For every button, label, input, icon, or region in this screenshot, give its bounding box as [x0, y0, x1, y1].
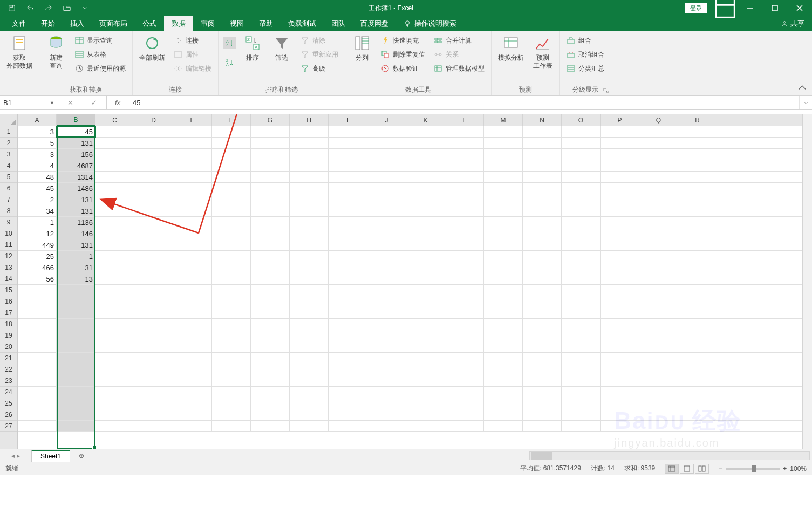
cell[interactable]	[445, 138, 484, 148]
cell[interactable]	[445, 353, 484, 364]
cell[interactable]	[290, 126, 329, 137]
cell[interactable]	[484, 296, 523, 307]
cell[interactable]	[290, 149, 329, 160]
cell[interactable]	[329, 330, 367, 341]
column-header[interactable]: D	[134, 114, 173, 126]
cell[interactable]: 34	[18, 205, 57, 216]
cell[interactable]	[18, 398, 57, 409]
cell[interactable]	[562, 138, 601, 148]
cell[interactable]	[601, 273, 639, 284]
cell[interactable]	[562, 239, 601, 250]
cell[interactable]	[484, 341, 523, 352]
cell[interactable]	[484, 183, 523, 194]
new-query-button[interactable]: 新建 查询	[43, 33, 70, 71]
maximize-icon[interactable]	[762, 0, 787, 16]
row-header[interactable]: 20	[0, 341, 17, 353]
cell[interactable]	[639, 138, 678, 148]
cell[interactable]	[329, 183, 367, 194]
cell[interactable]	[484, 398, 523, 409]
cell[interactable]	[95, 319, 134, 330]
cell[interactable]	[329, 421, 367, 431]
cell[interactable]	[678, 126, 717, 137]
cell[interactable]	[406, 398, 445, 409]
cell[interactable]	[134, 330, 173, 341]
cell[interactable]	[212, 183, 251, 194]
cell[interactable]	[406, 149, 445, 160]
cell[interactable]	[367, 409, 406, 420]
cell[interactable]	[95, 205, 134, 216]
advanced-filter-button[interactable]: 高级	[298, 63, 340, 74]
column-header[interactable]: M	[484, 114, 523, 126]
cell[interactable]	[212, 285, 251, 296]
cell[interactable]	[18, 421, 57, 431]
cell[interactable]	[367, 149, 406, 160]
sort-asc-button[interactable]: AZ	[223, 37, 236, 49]
flash-fill-button[interactable]: 快速填充	[379, 35, 427, 46]
cell[interactable]	[601, 296, 639, 307]
cell[interactable]	[445, 409, 484, 420]
cell[interactable]	[251, 228, 290, 239]
cell[interactable]	[18, 296, 57, 307]
cell[interactable]	[95, 149, 134, 160]
cell[interactable]	[484, 330, 523, 341]
cell[interactable]	[57, 307, 95, 318]
data-validation-button[interactable]: 数据验证	[379, 63, 427, 74]
row-header[interactable]: 2	[0, 138, 17, 149]
cell[interactable]	[57, 364, 95, 375]
cell[interactable]	[523, 149, 562, 160]
cell[interactable]	[251, 251, 290, 262]
sort-desc-button[interactable]: ZA	[223, 57, 236, 68]
cell[interactable]	[639, 228, 678, 239]
cell[interactable]	[251, 205, 290, 216]
cell[interactable]	[445, 251, 484, 262]
cell[interactable]	[445, 364, 484, 375]
cell[interactable]	[212, 160, 251, 171]
cell[interactable]	[212, 172, 251, 182]
cell[interactable]	[484, 319, 523, 330]
cell[interactable]	[639, 273, 678, 284]
column-header[interactable]: R	[678, 114, 717, 126]
cell[interactable]	[678, 262, 717, 273]
cell[interactable]	[95, 228, 134, 239]
tab-team[interactable]: 团队	[324, 16, 353, 31]
refresh-all-button[interactable]: 全部刷新	[136, 33, 168, 63]
cell[interactable]	[523, 273, 562, 284]
connections-button[interactable]: 连接	[172, 35, 214, 46]
cell[interactable]	[212, 239, 251, 250]
zoom-in-icon[interactable]: +	[783, 465, 787, 472]
cell[interactable]	[601, 262, 639, 273]
cell[interactable]: 13	[57, 273, 95, 284]
cell[interactable]	[406, 341, 445, 352]
cell[interactable]: 4	[18, 160, 57, 171]
cell[interactable]	[406, 319, 445, 330]
cell[interactable]	[445, 296, 484, 307]
cell[interactable]	[251, 138, 290, 148]
cell[interactable]: 31	[57, 262, 95, 273]
cell[interactable]	[251, 296, 290, 307]
cell[interactable]	[678, 409, 717, 420]
cell[interactable]	[523, 375, 562, 386]
group-button[interactable]: 组合	[564, 35, 606, 46]
cell[interactable]	[678, 341, 717, 352]
cell[interactable]	[601, 307, 639, 318]
cell[interactable]	[639, 251, 678, 262]
row-header[interactable]: 12	[0, 251, 17, 262]
cell[interactable]	[212, 330, 251, 341]
cell[interactable]	[406, 228, 445, 239]
cell[interactable]	[95, 273, 134, 284]
cell[interactable]	[57, 421, 95, 431]
cell[interactable]	[367, 296, 406, 307]
cell[interactable]	[367, 172, 406, 182]
cell[interactable]	[484, 149, 523, 160]
cell[interactable]	[484, 239, 523, 250]
cell[interactable]	[134, 228, 173, 239]
cell[interactable]	[367, 228, 406, 239]
collapse-ribbon-icon[interactable]	[797, 83, 808, 93]
cell[interactable]	[406, 205, 445, 216]
cell[interactable]	[445, 341, 484, 352]
cell[interactable]	[562, 319, 601, 330]
row-header[interactable]: 16	[0, 296, 17, 307]
cell[interactable]	[173, 262, 212, 273]
cell[interactable]	[601, 205, 639, 216]
cell[interactable]	[212, 364, 251, 375]
